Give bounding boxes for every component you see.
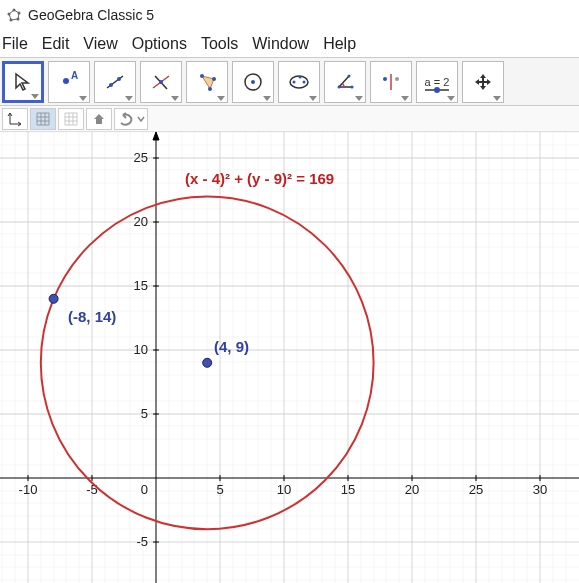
svg-text:30: 30: [533, 482, 547, 497]
svg-point-17: [251, 80, 255, 84]
tool-polygon[interactable]: [186, 61, 228, 103]
svg-point-12: [159, 80, 163, 84]
chevron-down-icon: [447, 96, 455, 101]
svg-point-24: [351, 85, 354, 88]
svg-point-13: [200, 74, 204, 78]
main-toolbar: A a = 2: [0, 58, 579, 106]
tool-circle[interactable]: [232, 61, 274, 103]
btn-home[interactable]: [86, 108, 112, 130]
svg-point-21: [299, 75, 302, 78]
btn-grid[interactable]: [30, 108, 56, 130]
chevron-down-icon: [355, 96, 363, 101]
menu-tools[interactable]: Tools: [201, 35, 238, 53]
app-icon: [6, 7, 22, 23]
point-on-circle[interactable]: [49, 294, 58, 303]
menu-window[interactable]: Window: [252, 35, 309, 53]
chevron-down-icon: [309, 96, 317, 101]
tool-ellipse[interactable]: [278, 61, 320, 103]
chevron-down-icon: [493, 96, 501, 101]
app-title: GeoGebra Classic 5: [28, 7, 154, 23]
svg-text:5: 5: [141, 406, 148, 421]
menu-help[interactable]: Help: [323, 35, 356, 53]
menu-view[interactable]: View: [83, 35, 117, 53]
point-label[interactable]: (-8, 14): [68, 308, 116, 325]
tool-slider[interactable]: a = 2: [416, 61, 458, 103]
svg-text:10: 10: [134, 342, 148, 357]
chevron-down-icon: [31, 94, 39, 99]
tool-perpendicular[interactable]: [140, 61, 182, 103]
svg-point-15: [208, 87, 212, 91]
tool-move-view[interactable]: [462, 61, 504, 103]
graph-view[interactable]: -10 -5 0 5 10 15 20 25 30 -5 5 10 15 20 …: [0, 132, 579, 583]
menubar: File Edit View Options Tools Window Help: [0, 30, 579, 58]
tool-angle[interactable]: [324, 61, 366, 103]
svg-point-19: [293, 80, 296, 83]
tool-move[interactable]: [2, 61, 44, 103]
svg-text:15: 15: [134, 278, 148, 293]
btn-undo[interactable]: [114, 108, 148, 130]
svg-point-9: [117, 77, 121, 81]
chevron-down-icon: [79, 96, 87, 101]
minor-grid: [0, 132, 579, 583]
svg-text:-10: -10: [19, 482, 38, 497]
svg-text:25: 25: [134, 150, 148, 165]
svg-point-26: [383, 77, 387, 81]
chevron-down-icon: [263, 96, 271, 101]
svg-point-22: [338, 85, 341, 88]
secondary-toolbar: [0, 106, 579, 132]
chevron-down-icon: [125, 96, 133, 101]
menu-file[interactable]: File: [2, 35, 28, 53]
svg-text:-5: -5: [136, 534, 148, 549]
major-grid: [0, 132, 579, 583]
menu-edit[interactable]: Edit: [42, 35, 70, 53]
menu-options[interactable]: Options: [132, 35, 187, 53]
svg-text:0: 0: [141, 482, 148, 497]
tool-line[interactable]: [94, 61, 136, 103]
chevron-down-icon: [217, 96, 225, 101]
svg-text:25: 25: [469, 482, 483, 497]
axes: [0, 132, 579, 583]
svg-point-5: [63, 78, 69, 84]
chevron-down-icon: [401, 96, 409, 101]
svg-point-20: [303, 80, 306, 83]
svg-point-14: [212, 77, 216, 81]
svg-text:20: 20: [134, 214, 148, 229]
svg-point-27: [395, 77, 399, 81]
svg-point-29: [434, 87, 440, 93]
chevron-down-icon: [171, 96, 179, 101]
svg-text:10: 10: [277, 482, 291, 497]
svg-text:A: A: [71, 71, 78, 81]
svg-point-23: [348, 74, 351, 77]
center-label[interactable]: (4, 9): [214, 338, 249, 355]
svg-text:15: 15: [341, 482, 355, 497]
btn-grid-style[interactable]: [58, 108, 84, 130]
svg-text:5: 5: [216, 482, 223, 497]
tool-reflect[interactable]: [370, 61, 412, 103]
svg-text:20: 20: [405, 482, 419, 497]
equation-label[interactable]: (x - 4)² + (y - 9)² = 169: [185, 170, 334, 187]
svg-point-8: [109, 83, 113, 87]
btn-axes[interactable]: [2, 108, 28, 130]
point-center[interactable]: [203, 358, 212, 367]
titlebar: GeoGebra Classic 5: [0, 0, 579, 30]
tool-point[interactable]: A: [48, 61, 90, 103]
